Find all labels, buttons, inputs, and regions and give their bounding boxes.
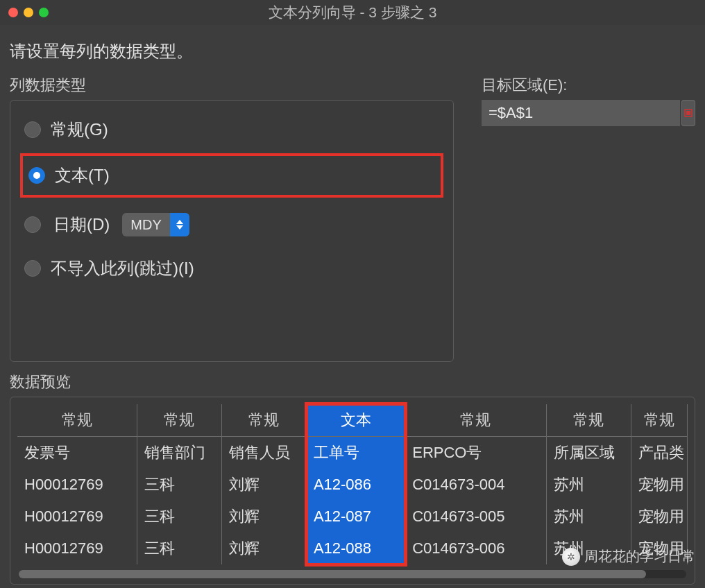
preview-box: 常规常规常规文本常规常规常规发票号销售部门销售人员工单号ERPCO号所属区域产品… bbox=[10, 397, 695, 585]
date-format-value: MDY bbox=[122, 217, 169, 233]
window-controls bbox=[8, 8, 49, 17]
column-header[interactable]: 常规 bbox=[222, 404, 307, 437]
table-cell[interactable]: 销售人员 bbox=[222, 437, 307, 469]
window-title: 文本分列向导 - 3 步骤之 3 bbox=[0, 3, 705, 22]
table-cell[interactable]: 工单号 bbox=[307, 437, 405, 469]
table-cell[interactable]: H00012769 bbox=[17, 469, 137, 501]
table-cell[interactable]: 刘辉 bbox=[222, 533, 307, 564]
column-header[interactable]: 常规 bbox=[137, 404, 222, 437]
radio-date[interactable]: 日期(D) MDY bbox=[20, 207, 443, 242]
radio-icon bbox=[24, 216, 41, 233]
table-row: 发票号销售部门销售人员工单号ERPCO号所属区域产品类 bbox=[17, 437, 688, 469]
highlight-text-option: 文本(T) bbox=[20, 153, 443, 198]
radio-icon bbox=[24, 260, 41, 277]
titlebar: 文本分列向导 - 3 步骤之 3 bbox=[0, 0, 705, 25]
table-cell[interactable]: 宠物用 bbox=[631, 501, 688, 533]
table-cell[interactable]: 销售部门 bbox=[137, 437, 222, 469]
table-cell[interactable]: 刘辉 bbox=[222, 469, 307, 501]
table-cell[interactable]: ERPCO号 bbox=[405, 437, 546, 469]
range-select-icon[interactable] bbox=[681, 100, 695, 126]
coltype-box: 常规(G) 文本(T) 日期(D) MDY bbox=[10, 100, 454, 362]
scrollbar-thumb[interactable] bbox=[19, 570, 646, 578]
table-cell[interactable]: 所属区域 bbox=[547, 437, 631, 469]
radio-date-label: 日期(D) bbox=[53, 214, 110, 236]
table-cell[interactable]: A12-087 bbox=[307, 501, 405, 533]
radio-general[interactable]: 常规(G) bbox=[20, 113, 443, 146]
table-cell[interactable]: 苏州 bbox=[547, 469, 631, 501]
table-cell[interactable]: 发票号 bbox=[17, 437, 137, 469]
column-header[interactable]: 常规 bbox=[631, 404, 688, 437]
table-cell[interactable]: 三科 bbox=[137, 469, 222, 501]
table-row: H00012769三科刘辉A12-087C014673-005苏州宠物用 bbox=[17, 501, 688, 533]
radio-general-label: 常规(G) bbox=[51, 119, 108, 141]
column-header[interactable]: 文本 bbox=[307, 404, 405, 437]
radio-icon bbox=[28, 167, 45, 184]
table-cell[interactable]: A12-088 bbox=[307, 533, 405, 564]
instruction-text: 请设置每列的数据类型。 bbox=[0, 25, 705, 68]
radio-skip-label: 不导入此列(跳过)(I) bbox=[51, 257, 194, 279]
destination-input[interactable] bbox=[482, 100, 680, 126]
table-row: H00012769三科刘辉A12-088C014673-006苏州宠物用 bbox=[17, 533, 688, 564]
column-header[interactable]: 常规 bbox=[17, 404, 137, 437]
date-format-dropdown[interactable]: MDY bbox=[122, 213, 189, 236]
table-cell[interactable]: 三科 bbox=[137, 533, 222, 564]
minimize-icon[interactable] bbox=[24, 8, 33, 17]
chevron-updown-icon bbox=[170, 213, 189, 236]
close-icon[interactable] bbox=[8, 8, 18, 17]
table-cell[interactable]: C014673-005 bbox=[405, 501, 546, 533]
table-row: H00012769三科刘辉A12-086C014673-004苏州宠物用 bbox=[17, 469, 688, 501]
column-header[interactable]: 常规 bbox=[405, 404, 546, 437]
svg-rect-1 bbox=[686, 111, 690, 115]
radio-text-label: 文本(T) bbox=[55, 164, 110, 187]
table-cell[interactable]: 苏州 bbox=[547, 533, 631, 564]
preview-label: 数据预览 bbox=[10, 372, 695, 392]
maximize-icon[interactable] bbox=[39, 8, 49, 17]
table-cell[interactable]: C014673-004 bbox=[405, 469, 546, 501]
table-cell[interactable]: 苏州 bbox=[547, 501, 631, 533]
table-cell[interactable]: A12-086 bbox=[307, 469, 405, 501]
table-cell[interactable]: 刘辉 bbox=[222, 501, 307, 533]
radio-icon bbox=[24, 121, 41, 138]
preview-table[interactable]: 常规常规常规文本常规常规常规发票号销售部门销售人员工单号ERPCO号所属区域产品… bbox=[17, 404, 688, 564]
table-cell[interactable]: 三科 bbox=[137, 501, 222, 533]
destination-label: 目标区域(E): bbox=[482, 75, 695, 96]
coltype-group-label: 列数据类型 bbox=[10, 75, 454, 96]
table-cell[interactable]: 产品类 bbox=[631, 437, 688, 469]
radio-skip[interactable]: 不导入此列(跳过)(I) bbox=[20, 252, 443, 285]
table-cell[interactable]: 宠物用 bbox=[631, 469, 688, 501]
table-cell[interactable]: H00012769 bbox=[17, 533, 137, 564]
radio-text[interactable]: 文本(T) bbox=[24, 159, 439, 192]
table-cell[interactable]: C014673-006 bbox=[405, 533, 546, 564]
horizontal-scrollbar[interactable] bbox=[19, 570, 686, 578]
column-header[interactable]: 常规 bbox=[547, 404, 631, 437]
table-cell[interactable]: H00012769 bbox=[17, 501, 137, 533]
table-cell[interactable]: 宠物用 bbox=[631, 533, 688, 564]
